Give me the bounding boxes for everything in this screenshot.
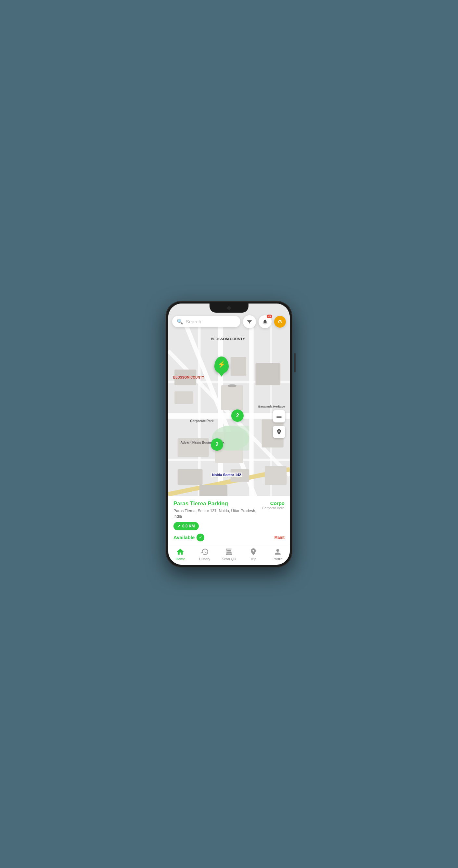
profile-icon <box>273 548 282 556</box>
bell-icon <box>262 319 268 324</box>
qr-icon <box>225 548 233 556</box>
corp-name: Corpo <box>262 500 285 506</box>
nav-scan-qr[interactable]: Scan QR <box>217 548 241 561</box>
info-card: Paras Tierea Parking Paras Tierea, Secto… <box>168 496 290 545</box>
nav-home-label: Home <box>176 557 185 561</box>
svg-rect-14 <box>256 363 281 385</box>
notch <box>209 304 249 313</box>
layers-icon <box>276 413 282 420</box>
phone-frame: BLOSSOM COUNTY BLOSSOM COUNTY Baraamda H… <box>166 301 292 567</box>
check-circle-icon: ✓ <box>197 534 204 541</box>
nav-profile[interactable]: Profile <box>265 548 290 561</box>
search-placeholder: Search <box>186 319 201 324</box>
location-icon <box>276 429 282 435</box>
power-button <box>294 353 296 372</box>
bolt-icon: ⚡ <box>218 361 226 368</box>
notification-badge: +9 <box>267 315 272 318</box>
nav-history[interactable]: History <box>193 548 217 561</box>
home-icon <box>176 548 185 556</box>
svg-rect-21 <box>265 466 287 485</box>
gold-button[interactable]: G <box>274 316 286 328</box>
svg-rect-11 <box>174 370 196 385</box>
distance-badge: ↗ 0.0 KM <box>173 522 199 530</box>
svg-rect-19 <box>178 469 203 485</box>
nav-history-label: History <box>199 557 210 561</box>
gold-label: G <box>278 319 282 324</box>
pin-shape: ⚡ <box>215 356 229 373</box>
nav-home[interactable]: Home <box>168 548 193 561</box>
nav-trip[interactable]: Trip <box>241 548 265 561</box>
notification-button[interactable]: +9 <box>259 315 271 328</box>
svg-rect-15 <box>221 385 243 410</box>
info-right: Corpo Corporat India <box>262 500 285 510</box>
distance-value: 0.0 KM <box>182 524 195 528</box>
nav-arrow-icon: ↗ <box>177 524 181 528</box>
info-left: Paras Tierea Parking Paras Tierea, Secto… <box>173 500 259 530</box>
svg-rect-12 <box>174 391 193 404</box>
parking-name: Paras Tierea Parking <box>173 500 259 507</box>
cluster-b[interactable]: 2 <box>211 438 223 451</box>
filter-icon <box>247 319 252 324</box>
bottom-nav: Home History Scan QR Trip <box>168 545 290 565</box>
ev-charging-pin[interactable]: ⚡ <box>215 356 229 373</box>
search-input-wrap[interactable]: 🔍 Search <box>172 316 240 327</box>
layers-button[interactable] <box>273 410 285 423</box>
svg-rect-13 <box>231 357 246 376</box>
camera <box>227 306 231 310</box>
available-text: Available <box>173 534 195 540</box>
info-card-row: Paras Tierea Parking Paras Tierea, Secto… <box>173 500 285 530</box>
svg-rect-17 <box>178 438 209 457</box>
corp-sub: Corporat India <box>262 506 285 510</box>
nav-trip-label: Trip <box>251 557 257 561</box>
map-container[interactable]: BLOSSOM COUNTY BLOSSOM COUNTY Baraamda H… <box>168 304 290 545</box>
maint-label: Maint <box>274 535 285 540</box>
svg-rect-24 <box>224 425 250 451</box>
nav-scan-label: Scan QR <box>222 557 236 561</box>
available-row: Available ✓ Maint <box>173 534 285 541</box>
location-button[interactable] <box>273 426 285 438</box>
filter-button[interactable] <box>243 315 256 328</box>
phone-screen: BLOSSOM COUNTY BLOSSOM COUNTY Baraamda H… <box>168 304 290 565</box>
svg-point-25 <box>228 384 236 388</box>
noida-sector-label: Noida Sector 142 <box>211 472 242 477</box>
search-icon: 🔍 <box>177 318 183 324</box>
parking-address: Paras Tierea, Sector 137, Noida, Uttar P… <box>173 508 259 519</box>
cluster-a-count: 2 <box>236 413 239 418</box>
nav-profile-label: Profile <box>272 557 283 561</box>
trip-icon <box>249 548 258 556</box>
search-bar: 🔍 Search +9 G <box>172 315 286 328</box>
map-controls <box>273 410 285 438</box>
cluster-b-count: 2 <box>215 442 218 447</box>
history-icon <box>200 548 209 556</box>
